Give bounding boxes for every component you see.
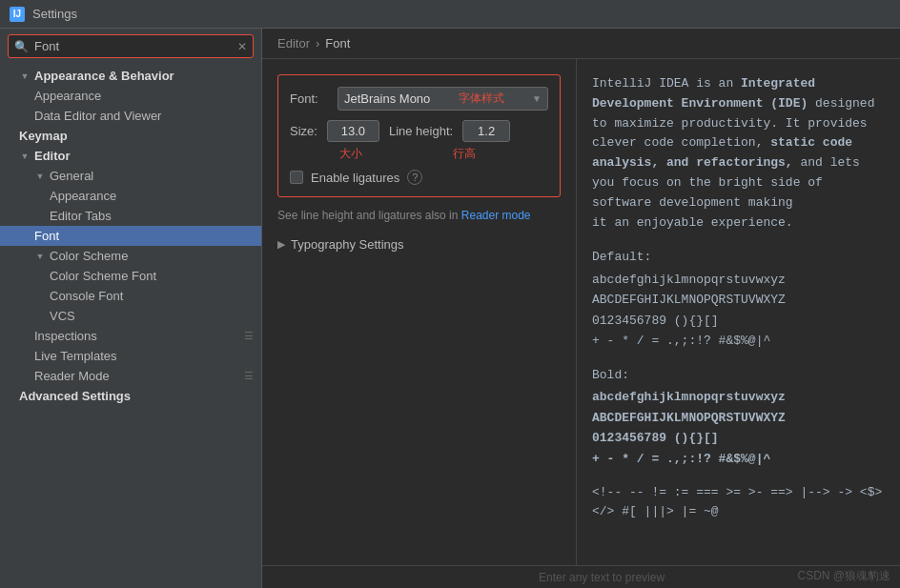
size-input[interactable] xyxy=(327,120,379,142)
sidebar-item-font[interactable]: Font xyxy=(0,226,261,246)
default-upper: ABCDEFGHIJKLMNOPQRSTUVWXYZ xyxy=(592,291,885,310)
preview-panel: IntelliJ IDEA is an IntegratedDevelopmen… xyxy=(577,59,900,565)
sidebar-item-label: Color Scheme Font xyxy=(50,269,156,283)
font-row: Font: JetBrains Mono 字体样式 ▼ xyxy=(290,87,548,111)
settings-icon: ☰ xyxy=(244,330,254,342)
default-symbols: + - * / = .,;:!? #&$%@|^ xyxy=(592,332,885,351)
sidebar-item-appearance2[interactable]: Appearance xyxy=(0,186,261,206)
ligatures-row: Enable ligatures ? xyxy=(290,170,548,185)
sidebar-item-label: Color Scheme xyxy=(50,249,128,263)
default-label: Default: xyxy=(592,248,885,267)
ligatures-label: Enable ligatures xyxy=(311,171,399,185)
preview-ligatures: <!-- -- != := === >= >- ==> |--> -> <$> … xyxy=(592,483,885,520)
sidebar: 🔍 ✕ ▼ Appearance & Behavior Appearance D… xyxy=(0,29,262,588)
reader-mode-text: See line height and ligatures also in xyxy=(277,209,458,222)
ligatures-line2: </> #[ |||> |= ~@ xyxy=(592,502,885,521)
sidebar-item-label: Keymap xyxy=(19,129,68,143)
sidebar-item-label: Inspections xyxy=(34,329,97,343)
sidebar-item-general[interactable]: ▼ General xyxy=(0,166,261,186)
sidebar-item-editor[interactable]: ▼ Editor xyxy=(0,146,261,166)
font-label: Font: xyxy=(290,91,328,106)
enter-preview-text: Enter any text to preview xyxy=(539,571,665,584)
help-icon[interactable]: ? xyxy=(407,170,422,185)
default-numbers: 0123456789 (){}[] xyxy=(592,312,885,331)
sidebar-item-keymap[interactable]: Keymap xyxy=(0,126,261,146)
collapse-icon: ▼ xyxy=(19,151,31,162)
font-dropdown-arrow: ▼ xyxy=(532,93,542,104)
sidebar-item-reader-mode[interactable]: Reader Mode ☰ xyxy=(0,366,261,386)
title-bar: IJ Settings xyxy=(0,0,900,29)
ligatures-checkbox[interactable] xyxy=(290,171,303,184)
bold-symbols: + - * / = .,;:!? #&$%@|^ xyxy=(592,450,885,469)
sidebar-item-label: Editor Tabs xyxy=(50,209,112,223)
typography-section: ▶ Typography Settings xyxy=(277,237,561,252)
sidebar-item-label: Reader Mode xyxy=(34,369,110,383)
sidebar-item-color-scheme-font[interactable]: Color Scheme Font xyxy=(0,266,261,286)
bold-label: Bold: xyxy=(592,366,885,385)
font-select[interactable]: JetBrains Mono 字体样式 ▼ xyxy=(338,87,548,111)
main-container: 🔍 ✕ ▼ Appearance & Behavior Appearance D… xyxy=(0,29,900,588)
content-area: Editor › Font Font: JetBrains Mono 字体样式 … xyxy=(262,29,900,588)
watermark: CSDN @狼魂豹速 xyxy=(797,568,890,584)
sidebar-item-advanced-settings[interactable]: Advanced Settings xyxy=(0,386,261,406)
line-height-input[interactable] xyxy=(462,120,510,142)
breadcrumb-separator: › xyxy=(316,36,319,51)
bottom-bar: Enter any text to preview CSDN @狼魂豹速 xyxy=(262,565,900,588)
sidebar-item-label: Appearance & Behavior xyxy=(34,69,174,83)
search-box[interactable]: 🔍 ✕ xyxy=(8,34,254,58)
sidebar-item-live-templates[interactable]: Live Templates xyxy=(0,346,261,366)
search-icon: 🔍 xyxy=(14,40,29,53)
collapse-icon: ▼ xyxy=(34,251,46,262)
font-settings-box: Font: JetBrains Mono 字体样式 ▼ Size: Line h… xyxy=(277,74,561,197)
sidebar-item-label: General xyxy=(50,169,93,183)
bold-numbers: 0123456789 (){}[] xyxy=(592,429,885,448)
search-clear-icon[interactable]: ✕ xyxy=(237,40,247,53)
typography-label: Typography Settings xyxy=(291,237,404,252)
sidebar-item-color-scheme[interactable]: ▼ Color Scheme xyxy=(0,246,261,266)
sidebar-item-label: Editor xyxy=(34,149,71,163)
size-label: Size: xyxy=(290,124,317,138)
sidebar-item-inspections[interactable]: Inspections ☰ xyxy=(0,326,261,346)
sidebar-item-editor-tabs[interactable]: Editor Tabs xyxy=(0,206,261,226)
reader-mode-link[interactable]: Reader mode xyxy=(461,209,531,222)
sidebar-item-label: Live Templates xyxy=(34,349,116,363)
content-main: Font: JetBrains Mono 字体样式 ▼ Size: Line h… xyxy=(262,59,900,565)
breadcrumb: Editor › Font xyxy=(262,29,900,59)
sidebar-item-label: Console Font xyxy=(50,289,123,303)
preview-bold-section: Bold: abcdefghijklmnopqrstuvwxyz ABCDEFG… xyxy=(592,366,885,469)
preview-default-section: Default: abcdefghijklmnopqrstuvwxyz ABCD… xyxy=(592,248,885,351)
sidebar-item-console-font[interactable]: Console Font xyxy=(0,286,261,306)
sidebar-item-label: Appearance xyxy=(34,89,101,103)
sidebar-item-label: Advanced Settings xyxy=(19,389,131,403)
bold-lower: abcdefghijklmnopqrstuvwxyz xyxy=(592,388,885,407)
settings-icon2: ☰ xyxy=(244,370,254,382)
typography-toggle[interactable]: ▶ Typography Settings xyxy=(277,237,561,252)
ligatures-line1: <!-- -- != := === >= >- ==> |--> -> <$> xyxy=(592,483,885,502)
preview-intro: IntelliJ IDEA is an IntegratedDevelopmen… xyxy=(592,74,885,233)
sidebar-item-appearance-behavior[interactable]: ▼ Appearance & Behavior xyxy=(0,66,261,86)
default-lower: abcdefghijklmnopqrstuvwxyz xyxy=(592,271,885,290)
line-height-annotation: 行高 xyxy=(453,146,476,162)
settings-panel: Font: JetBrains Mono 字体样式 ▼ Size: Line h… xyxy=(262,59,577,565)
search-input[interactable] xyxy=(34,39,237,53)
sidebar-nav: ▼ Appearance & Behavior Appearance Data … xyxy=(0,64,261,408)
collapse-icon: ▼ xyxy=(19,71,31,82)
sidebar-item-appearance[interactable]: Appearance xyxy=(0,86,261,106)
font-annotation: 字体样式 xyxy=(459,91,504,107)
sidebar-item-label: Appearance xyxy=(50,189,116,203)
line-height-label: Line height: xyxy=(389,124,453,138)
sidebar-item-data-editor[interactable]: Data Editor and Viewer xyxy=(0,106,261,126)
collapse-icon: ▼ xyxy=(34,171,46,182)
size-annotation: 大小 xyxy=(339,146,362,162)
sidebar-item-vcs[interactable]: VCS xyxy=(0,306,261,326)
sidebar-item-label: VCS xyxy=(50,309,75,323)
sidebar-item-label: Font xyxy=(34,229,59,243)
breadcrumb-parent: Editor xyxy=(277,36,310,51)
window-title: Settings xyxy=(32,7,77,21)
annotations-row: 大小 行高 xyxy=(290,146,548,162)
app-icon: IJ xyxy=(10,7,25,22)
typography-arrow: ▶ xyxy=(277,238,285,251)
size-line-height-row: Size: Line height: xyxy=(290,120,548,142)
font-value: JetBrains Mono xyxy=(344,91,430,106)
bold-upper: ABCDEFGHIJKLMNOPQRSTUVWXYZ xyxy=(592,409,885,428)
